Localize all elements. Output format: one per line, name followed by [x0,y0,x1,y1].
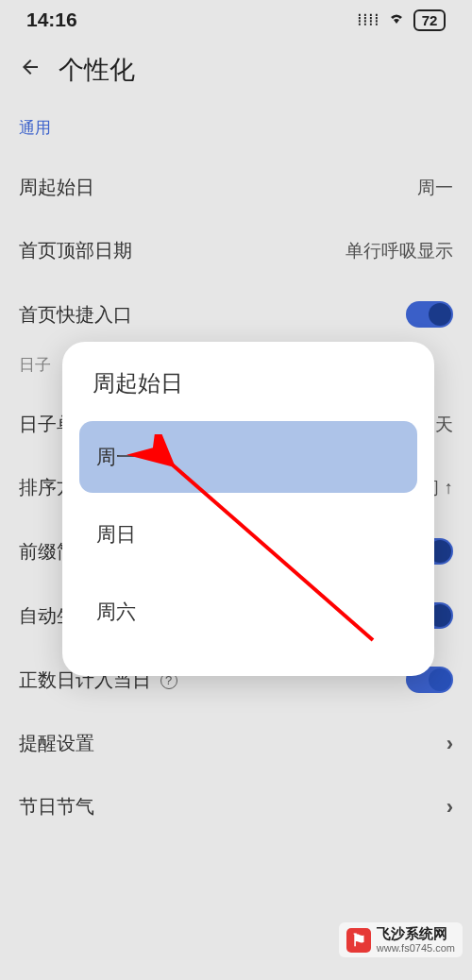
watermark-logo-icon: ⚑ [346,928,371,953]
toggle-home-shortcut[interactable] [406,301,453,328]
dialog-title: 周起始日 [79,368,417,421]
week-start-dialog: 周起始日 周一 周日 周六 [62,342,434,676]
watermark-name: 飞沙系统网 [377,926,455,942]
watermark: ⚑ 飞沙系统网 www.fs0745.com [339,922,463,957]
watermark-url: www.fs0745.com [377,942,455,954]
option-sunday[interactable]: 周日 [79,498,417,570]
option-monday[interactable]: 周一 [79,421,417,493]
option-saturday[interactable]: 周六 [79,576,417,648]
